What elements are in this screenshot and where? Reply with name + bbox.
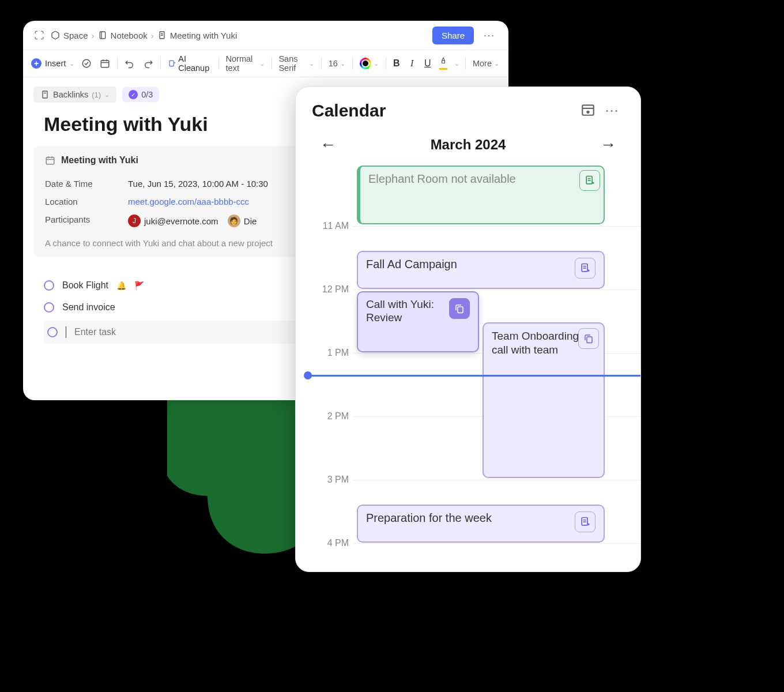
ai-cleanup-button[interactable]: AI Cleanup	[167, 53, 213, 74]
linked-note-icon[interactable]	[578, 328, 599, 349]
font-family-dropdown[interactable]: Sans Serif ⌄	[277, 53, 315, 74]
breadcrumb-page[interactable]: Meeting with Yuki	[157, 31, 237, 40]
plus-icon: +	[31, 58, 42, 69]
current-time-line	[307, 375, 640, 377]
chevron-down-icon: ⌄	[104, 91, 110, 99]
svg-rect-26	[458, 307, 463, 313]
italic-button[interactable]: I	[407, 58, 417, 69]
calendar-event-fall-ad[interactable]: Fall Ad Campaign	[357, 251, 605, 289]
font-size-label: 16	[329, 59, 338, 68]
calendar-picker-icon[interactable]	[576, 102, 600, 119]
breadcrumb-space[interactable]: Space	[51, 31, 88, 40]
calendar-event-prep[interactable]: Preparation for the week	[357, 505, 605, 543]
ai-cleanup-label: AI Cleanup	[178, 54, 212, 73]
more-menu-icon[interactable]: ⋯	[478, 28, 499, 42]
font-size-dropdown[interactable]: 16 ⌄	[327, 58, 346, 69]
chevron-down-icon: ⌄	[340, 60, 345, 67]
insert-button[interactable]: + Insert ⌄	[31, 58, 74, 69]
svg-rect-17	[582, 105, 594, 115]
calendar-event-call-yuki[interactable]: Call with Yuki: Review	[357, 291, 479, 352]
breadcrumb-bar: Space › Notebook › Meeting with Yuki Sha…	[23, 21, 508, 50]
task-checkbox[interactable]	[44, 280, 54, 291]
calendar-month-label: March 2024	[431, 137, 506, 153]
checklist-icon[interactable]	[80, 57, 93, 70]
event-title: Call with Yuki: Review	[366, 298, 444, 325]
more-formatting-dropdown[interactable]: More ⌄	[472, 58, 500, 69]
task-checkbox[interactable]	[47, 327, 58, 337]
highlight-button[interactable]	[438, 56, 448, 71]
check-icon: ✓	[129, 90, 138, 99]
text-color-picker[interactable]: ⌄	[359, 57, 380, 70]
calendar-header: Calendar ⋯	[296, 87, 640, 126]
breadcrumb-separator: ›	[92, 31, 95, 40]
participants-label: Participants	[45, 215, 128, 227]
time-label: 1 PM	[327, 348, 349, 358]
backlinks-count: (1)	[92, 91, 101, 99]
calendar-panel: Calendar ⋯ ← March 2024 → 11 AM 12 PM 1 …	[295, 86, 641, 572]
calendar-event-elephant[interactable]: Elephant Room not available	[357, 166, 605, 224]
text-cursor	[66, 326, 66, 338]
svg-rect-13	[46, 157, 54, 164]
breadcrumb-notebook-label: Notebook	[111, 31, 148, 40]
chevron-down-icon: ⌄	[374, 60, 379, 67]
meeting-title: Meeting with Yuki	[61, 155, 138, 166]
redo-icon[interactable]	[142, 57, 154, 70]
chevron-down-icon: ⌄	[454, 60, 459, 67]
calendar-icon[interactable]	[99, 57, 111, 70]
event-title: Preparation for the week	[366, 512, 570, 525]
datetime-label: Date & Time	[45, 179, 128, 189]
text-style-dropdown[interactable]: Normal text ⌄	[225, 53, 266, 74]
font-family-label: Sans Serif	[278, 54, 307, 73]
calendar-grid[interactable]: 11 AM 12 PM 1 PM 2 PM 3 PM 4 PM Elephant…	[296, 166, 640, 569]
task-checkbox[interactable]	[44, 302, 54, 313]
breadcrumb: Space › Notebook › Meeting with Yuki	[51, 31, 428, 40]
time-label: 11 AM	[323, 221, 349, 231]
participant-email: juki@evernote.com	[144, 216, 218, 226]
expand-icon[interactable]	[32, 28, 46, 42]
chevron-down-icon: ⌄	[309, 60, 314, 67]
more-label: More	[473, 59, 492, 68]
calendar-more-icon[interactable]: ⋯	[600, 103, 624, 119]
backlinks-badge[interactable]: Backlinks (1) ⌄	[33, 86, 116, 103]
avatar: 🧑	[228, 215, 240, 227]
next-month-button[interactable]: →	[598, 133, 619, 156]
task-progress-badge[interactable]: ✓ 0/3	[122, 87, 159, 102]
location-label: Location	[45, 197, 128, 206]
insert-label: Insert	[45, 59, 66, 68]
add-note-icon[interactable]	[575, 512, 595, 532]
backlinks-label: Backlinks	[53, 90, 88, 99]
svg-rect-11	[43, 91, 47, 98]
color-wheel-icon	[360, 58, 371, 69]
chevron-down-icon: ⌄	[69, 60, 74, 67]
add-note-icon[interactable]	[579, 170, 600, 191]
svg-point-5	[83, 59, 91, 67]
svg-rect-27	[587, 337, 592, 343]
datetime-value: Tue, Jun 15, 2023, 10:00 AM - 10:30	[128, 179, 268, 189]
participant[interactable]: J juki@evernote.com	[128, 215, 218, 227]
linked-note-icon[interactable]	[449, 298, 470, 319]
add-note-icon[interactable]	[575, 258, 595, 279]
event-title: Fall Ad Campaign	[366, 258, 570, 271]
svg-rect-0	[100, 32, 105, 39]
calendar-event-onboarding[interactable]: Team Onboarding call with team	[483, 322, 605, 478]
undo-icon[interactable]	[123, 57, 136, 70]
share-button[interactable]: Share	[432, 27, 474, 44]
progress-label: 0/3	[141, 90, 153, 99]
location-link[interactable]: meet.google.com/aaa-bbbb-ccc	[128, 197, 249, 206]
chevron-down-icon: ⌄	[494, 60, 499, 67]
participants-list: J juki@evernote.com 🧑 Die	[128, 215, 263, 227]
breadcrumb-separator: ›	[151, 31, 154, 40]
participant-email: Die	[244, 216, 257, 226]
breadcrumb-notebook[interactable]: Notebook	[98, 31, 148, 40]
breadcrumb-page-label: Meeting with Yuki	[170, 31, 237, 40]
reminder-icon: 🔔	[116, 281, 126, 290]
avatar: J	[128, 215, 141, 227]
prev-month-button[interactable]: ←	[318, 133, 338, 156]
underline-button[interactable]: U	[423, 58, 432, 69]
bold-button[interactable]: B	[391, 58, 401, 69]
time-label: 2 PM	[327, 411, 349, 422]
time-label: 4 PM	[327, 538, 349, 548]
calendar-nav: ← March 2024 →	[296, 126, 640, 166]
participant[interactable]: 🧑 Die	[228, 215, 257, 227]
event-title: Elephant Room not available	[368, 172, 595, 186]
